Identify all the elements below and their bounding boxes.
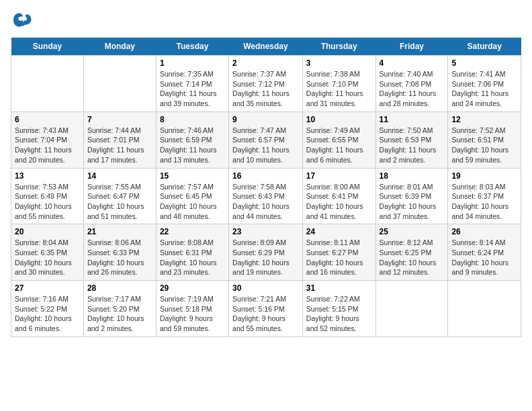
day-number: 23 — [232, 227, 299, 236]
day-number: 20 — [15, 227, 80, 236]
day-info: Sunrise: 7:43 AM Sunset: 7:04 PM Dayligh… — [15, 126, 80, 165]
day-info: Sunrise: 8:14 AM Sunset: 6:24 PM Dayligh… — [451, 238, 517, 277]
day-info: Sunrise: 7:41 AM Sunset: 7:06 PM Dayligh… — [451, 69, 517, 109]
day-cell — [11, 56, 84, 112]
day-info: Sunrise: 8:01 AM Sunset: 6:39 PM Dayligh… — [380, 182, 445, 222]
day-number: 19 — [451, 171, 517, 181]
day-cell: 22Sunrise: 8:08 AM Sunset: 6:31 PM Dayli… — [156, 224, 228, 281]
day-cell: 19Sunrise: 8:03 AM Sunset: 6:37 PM Dayli… — [448, 168, 521, 224]
day-number: 10 — [306, 115, 372, 124]
day-number: 1 — [160, 58, 225, 68]
day-cell: 13Sunrise: 7:53 AM Sunset: 6:49 PM Dayli… — [11, 168, 84, 224]
logo — [11, 11, 35, 30]
day-cell — [83, 56, 156, 112]
day-info: Sunrise: 7:44 AM Sunset: 7:01 PM Dayligh… — [87, 126, 152, 165]
day-number: 9 — [232, 115, 299, 124]
day-info: Sunrise: 7:17 AM Sunset: 5:20 PM Dayligh… — [87, 294, 152, 334]
day-info: Sunrise: 7:38 AM Sunset: 7:10 PM Dayligh… — [306, 69, 372, 109]
weekday-header-thursday: Thursday — [302, 38, 375, 56]
day-number: 25 — [380, 227, 445, 236]
weekday-header-tuesday: Tuesday — [156, 38, 228, 56]
day-number: 13 — [15, 171, 80, 181]
day-cell: 23Sunrise: 8:09 AM Sunset: 6:29 PM Dayli… — [229, 224, 303, 281]
day-info: Sunrise: 7:52 AM Sunset: 6:51 PM Dayligh… — [451, 126, 517, 165]
day-number: 21 — [87, 227, 152, 236]
day-number: 22 — [160, 227, 225, 236]
day-cell — [375, 281, 448, 337]
day-number: 7 — [87, 115, 152, 124]
day-cell: 4Sunrise: 7:40 AM Sunset: 7:08 PM Daylig… — [375, 56, 448, 112]
week-row-5: 27Sunrise: 7:16 AM Sunset: 5:22 PM Dayli… — [11, 281, 521, 337]
day-info: Sunrise: 7:53 AM Sunset: 6:49 PM Dayligh… — [15, 182, 80, 222]
day-number: 18 — [380, 171, 445, 181]
day-cell: 29Sunrise: 7:19 AM Sunset: 5:18 PM Dayli… — [156, 281, 228, 337]
day-cell: 2Sunrise: 7:37 AM Sunset: 7:12 PM Daylig… — [229, 56, 303, 112]
day-cell: 17Sunrise: 8:00 AM Sunset: 6:41 PM Dayli… — [302, 168, 375, 224]
day-cell: 16Sunrise: 7:58 AM Sunset: 6:43 PM Dayli… — [229, 168, 303, 224]
day-info: Sunrise: 7:35 AM Sunset: 7:14 PM Dayligh… — [160, 69, 225, 109]
day-info: Sunrise: 8:09 AM Sunset: 6:29 PM Dayligh… — [232, 238, 299, 277]
day-cell: 15Sunrise: 7:57 AM Sunset: 6:45 PM Dayli… — [156, 168, 228, 224]
day-info: Sunrise: 7:40 AM Sunset: 7:08 PM Dayligh… — [380, 69, 445, 109]
day-number: 29 — [160, 283, 225, 293]
weekday-header-saturday: Saturday — [448, 38, 521, 56]
day-cell — [448, 281, 521, 337]
day-number: 14 — [87, 171, 152, 181]
day-number: 15 — [160, 171, 225, 181]
day-cell: 27Sunrise: 7:16 AM Sunset: 5:22 PM Dayli… — [11, 281, 84, 337]
day-cell: 6Sunrise: 7:43 AM Sunset: 7:04 PM Daylig… — [11, 111, 84, 168]
week-row-4: 20Sunrise: 8:04 AM Sunset: 6:35 PM Dayli… — [11, 224, 521, 281]
day-cell: 8Sunrise: 7:46 AM Sunset: 6:59 PM Daylig… — [156, 111, 228, 168]
day-number: 12 — [451, 115, 517, 124]
day-cell: 30Sunrise: 7:21 AM Sunset: 5:16 PM Dayli… — [229, 281, 303, 337]
weekday-header-wednesday: Wednesday — [229, 38, 303, 56]
day-info: Sunrise: 7:58 AM Sunset: 6:43 PM Dayligh… — [232, 182, 299, 222]
day-info: Sunrise: 7:37 AM Sunset: 7:12 PM Dayligh… — [232, 69, 299, 109]
page-header — [11, 11, 521, 30]
day-cell: 26Sunrise: 8:14 AM Sunset: 6:24 PM Dayli… — [448, 224, 521, 281]
day-cell: 20Sunrise: 8:04 AM Sunset: 6:35 PM Dayli… — [11, 224, 84, 281]
day-cell: 5Sunrise: 7:41 AM Sunset: 7:06 PM Daylig… — [448, 56, 521, 112]
day-number: 16 — [232, 171, 299, 181]
day-cell: 10Sunrise: 7:49 AM Sunset: 6:55 PM Dayli… — [302, 111, 375, 168]
weekday-header-row: SundayMondayTuesdayWednesdayThursdayFrid… — [11, 38, 521, 56]
day-cell: 18Sunrise: 8:01 AM Sunset: 6:39 PM Dayli… — [375, 168, 448, 224]
day-cell: 12Sunrise: 7:52 AM Sunset: 6:51 PM Dayli… — [448, 111, 521, 168]
day-info: Sunrise: 7:50 AM Sunset: 6:53 PM Dayligh… — [380, 126, 445, 165]
weekday-header-sunday: Sunday — [11, 38, 84, 56]
day-number: 27 — [15, 283, 80, 293]
day-number: 24 — [306, 227, 372, 236]
day-number: 26 — [451, 227, 517, 236]
day-number: 28 — [87, 283, 152, 293]
weekday-header-monday: Monday — [83, 38, 156, 56]
day-info: Sunrise: 8:11 AM Sunset: 6:27 PM Dayligh… — [306, 238, 372, 277]
day-info: Sunrise: 8:06 AM Sunset: 6:33 PM Dayligh… — [87, 238, 152, 277]
day-info: Sunrise: 7:46 AM Sunset: 6:59 PM Dayligh… — [160, 126, 225, 165]
day-info: Sunrise: 8:04 AM Sunset: 6:35 PM Dayligh… — [15, 238, 80, 277]
day-number: 3 — [306, 58, 372, 68]
week-row-3: 13Sunrise: 7:53 AM Sunset: 6:49 PM Dayli… — [11, 168, 521, 224]
day-info: Sunrise: 7:19 AM Sunset: 5:18 PM Dayligh… — [160, 294, 225, 334]
day-cell: 25Sunrise: 8:12 AM Sunset: 6:25 PM Dayli… — [375, 224, 448, 281]
day-number: 2 — [232, 58, 299, 68]
day-info: Sunrise: 7:57 AM Sunset: 6:45 PM Dayligh… — [160, 182, 225, 222]
day-cell: 14Sunrise: 7:55 AM Sunset: 6:47 PM Dayli… — [83, 168, 156, 224]
day-cell: 24Sunrise: 8:11 AM Sunset: 6:27 PM Dayli… — [302, 224, 375, 281]
day-info: Sunrise: 7:55 AM Sunset: 6:47 PM Dayligh… — [87, 182, 152, 222]
day-number: 4 — [380, 58, 445, 68]
day-cell: 3Sunrise: 7:38 AM Sunset: 7:10 PM Daylig… — [302, 56, 375, 112]
day-number: 11 — [380, 115, 445, 124]
day-cell: 31Sunrise: 7:22 AM Sunset: 5:15 PM Dayli… — [302, 281, 375, 337]
day-number: 31 — [306, 283, 372, 293]
day-info: Sunrise: 7:47 AM Sunset: 6:57 PM Dayligh… — [232, 126, 299, 165]
day-cell: 21Sunrise: 8:06 AM Sunset: 6:33 PM Dayli… — [83, 224, 156, 281]
day-number: 8 — [160, 115, 225, 124]
day-number: 17 — [306, 171, 372, 181]
day-info: Sunrise: 7:21 AM Sunset: 5:16 PM Dayligh… — [232, 294, 299, 334]
day-number: 6 — [15, 115, 80, 124]
day-cell: 9Sunrise: 7:47 AM Sunset: 6:57 PM Daylig… — [229, 111, 303, 168]
day-info: Sunrise: 8:00 AM Sunset: 6:41 PM Dayligh… — [306, 182, 372, 222]
day-info: Sunrise: 7:16 AM Sunset: 5:22 PM Dayligh… — [15, 294, 80, 334]
day-cell: 11Sunrise: 7:50 AM Sunset: 6:53 PM Dayli… — [375, 111, 448, 168]
week-row-1: 1Sunrise: 7:35 AM Sunset: 7:14 PM Daylig… — [11, 56, 521, 112]
